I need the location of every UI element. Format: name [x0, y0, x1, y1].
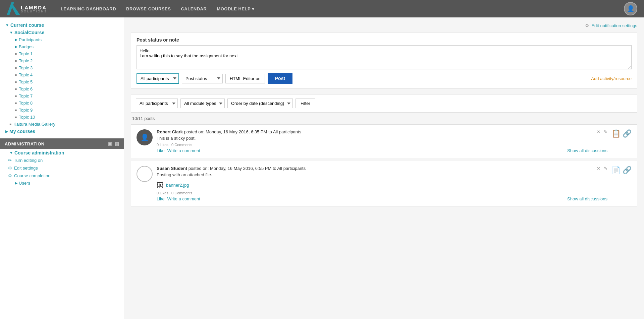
sidebar: ▼ Current course ▼ SocialCourse ▶ Partic…: [0, 17, 124, 319]
nav-moodle-help[interactable]: MOODLE HELP: [217, 6, 254, 11]
sidebar-social-course[interactable]: ▼ SocialCourse: [0, 29, 124, 36]
sidebar-item-label[interactable]: Topic 9: [19, 108, 33, 113]
nav-right: 👤: [624, 2, 637, 15]
admin-item-label[interactable]: Edit settings: [14, 166, 38, 171]
show-all-discussions-link[interactable]: Show all discussions: [567, 196, 607, 201]
admin-course-admin[interactable]: ▼ Course administration: [0, 149, 124, 156]
sidebar-current-course[interactable]: ▼ Current course: [0, 21, 124, 29]
post-type-select[interactable]: Post status Ask a question Share a file: [182, 74, 223, 83]
post-meta-text: posted on: Monday, 16 May 2016, 6:35 PM …: [184, 129, 302, 134]
sidebar-kaltura[interactable]: ■ Kaltura Media Gallery: [0, 121, 124, 128]
admin-users[interactable]: ▶ Users: [0, 180, 124, 187]
admin-turn-editing[interactable]: ✏ Turn editing on: [0, 156, 124, 164]
sidebar-topic-9[interactable]: ■ Topic 9: [0, 107, 124, 114]
admin-course-completion[interactable]: ⚙ Course completion: [0, 172, 124, 180]
sidebar-item-label[interactable]: My courses: [9, 129, 35, 134]
post-body: Susan Student posted on: Monday, 16 May …: [157, 166, 607, 201]
arrow-icon: ▼: [9, 151, 13, 155]
content-area: ⚙ Edit notification settings Post status…: [124, 17, 644, 319]
posts-count: 10/11 posts: [131, 116, 637, 121]
sidebar-item-label[interactable]: Topic 2: [19, 58, 33, 63]
arrow-icon: ▶: [15, 38, 17, 42]
user-avatar[interactable]: 👤: [624, 2, 637, 15]
show-all-discussions-link[interactable]: Show all discussions: [567, 148, 607, 153]
sidebar-topic-3[interactable]: ■ Topic 3: [0, 64, 124, 71]
post-text: Posting with an attached file.: [157, 172, 607, 177]
sidebar-item-label[interactable]: Badges: [19, 44, 34, 49]
html-editor-button[interactable]: HTML-Editor on: [225, 74, 265, 83]
sidebar-topic-2[interactable]: ■ Topic 2: [0, 57, 124, 64]
sidebar-participants[interactable]: ▶ Participants: [0, 36, 124, 43]
sidebar-item-label[interactable]: Topic 6: [19, 86, 33, 91]
sidebar-topic-6[interactable]: ■ Topic 6: [0, 85, 124, 92]
filter-bar: All participants Instructors only All mo…: [131, 94, 637, 113]
filter-participants-select[interactable]: All participants Instructors only: [136, 99, 178, 108]
sidebar-my-courses[interactable]: ▶ My courses: [0, 128, 124, 135]
close-icon[interactable]: ✕: [597, 166, 600, 171]
admin-course-admin-label[interactable]: Course administration: [14, 150, 64, 155]
sidebar-topic-4[interactable]: ■ Topic 4: [0, 71, 124, 78]
post-text: This is a sticky post.: [157, 136, 607, 141]
sidebar-topic-5[interactable]: ■ Topic 5: [0, 78, 124, 85]
nav-browse-courses[interactable]: BROWSE COURSES: [126, 6, 171, 11]
notification-settings-link[interactable]: ⚙ Edit notification settings: [585, 23, 637, 28]
nav-learning-dashboard[interactable]: LEARNING DASHBOARD: [61, 6, 116, 11]
edit-icon[interactable]: ✎: [604, 129, 607, 134]
sidebar-current-course-label[interactable]: Current course: [10, 22, 44, 28]
sidebar-badges[interactable]: ▶ Badges: [0, 43, 124, 50]
arrow-icon: ▼: [9, 30, 13, 35]
sidebar-topic-10[interactable]: ■ Topic 10: [0, 114, 124, 121]
pencil-icon: ✏: [8, 158, 12, 163]
post-actions-left: Like Write a comment: [157, 148, 200, 153]
admin-item-label[interactable]: Course completion: [14, 173, 50, 178]
post-participants-select[interactable]: All participants Instructors only: [137, 73, 179, 84]
bullet-icon: ■: [15, 108, 17, 112]
bullet-icon: ■: [15, 80, 17, 84]
sidebar-item-label[interactable]: Topic 10: [19, 115, 35, 120]
write-comment-button[interactable]: Write a comment: [167, 196, 200, 201]
post-textarea[interactable]: Hello, I am writing this to say that the…: [137, 45, 632, 69]
sidebar-item-label[interactable]: Topic 1: [19, 51, 33, 56]
gear-icon: ⚙: [585, 23, 589, 28]
post-stats: 0 Likes 0 Comments: [157, 143, 607, 147]
write-comment-button[interactable]: Write a comment: [167, 148, 200, 153]
post-actions: Like Write a comment Show all discussion…: [157, 148, 607, 153]
post-item: Susan Student posted on: Monday, 16 May …: [131, 161, 637, 206]
sidebar-item-label[interactable]: Topic 5: [19, 79, 33, 84]
post-author: Robert Clark: [157, 129, 183, 134]
post-controls-left: All participants Instructors only Post s…: [137, 73, 292, 84]
attachment-link[interactable]: banner2.jpg: [166, 183, 189, 188]
sidebar-item-label[interactable]: Topic 4: [19, 72, 33, 77]
sidebar-topic-7[interactable]: ■ Topic 7: [0, 92, 124, 100]
admin-icon-2: ▤: [115, 141, 119, 146]
admin-item-label[interactable]: Users: [19, 181, 30, 186]
sidebar-topic-8[interactable]: ■ Topic 8: [0, 100, 124, 107]
edit-icon[interactable]: ✎: [604, 166, 607, 171]
filter-order-select[interactable]: Order by date (descending) Order by date…: [227, 99, 293, 108]
nav-links: LEARNING DASHBOARD BROWSE COURSES CALEND…: [61, 6, 255, 11]
filter-module-select[interactable]: All module types Posts Files: [180, 99, 225, 108]
admin-item-label[interactable]: Turn editing on: [14, 158, 43, 163]
sidebar-item-label[interactable]: Topic 3: [19, 65, 33, 70]
current-course-section: ▼ Current course ▼ SocialCourse ▶ Partic…: [0, 21, 124, 135]
post-item: 👤 Robert Clark posted on: Monday, 16 May…: [131, 124, 637, 158]
file-icon: 🖼: [157, 181, 163, 189]
close-icon[interactable]: ✕: [597, 129, 600, 134]
sidebar-topic-1[interactable]: ■ Topic 1: [0, 50, 124, 57]
add-activity-link[interactable]: Add activity/resource: [591, 76, 632, 81]
nav-calendar[interactable]: CALENDAR: [181, 6, 207, 11]
sidebar-item-label[interactable]: Topic 7: [19, 93, 33, 99]
sidebar-item-label[interactable]: Participants: [19, 37, 42, 42]
like-button[interactable]: Like: [157, 196, 165, 201]
post-submit-button[interactable]: Post: [268, 73, 292, 84]
sidebar-item-label[interactable]: Kaltura Media Gallery: [13, 122, 55, 127]
filter-button[interactable]: Filter: [296, 99, 315, 108]
bullet-icon: ■: [9, 122, 11, 126]
post-meta-text: posted on: Monday, 16 May 2016, 6:55 PM …: [189, 166, 306, 171]
sidebar-item-label[interactable]: Topic 8: [19, 101, 33, 106]
sidebar-course-name[interactable]: SocialCourse: [14, 30, 44, 35]
logo[interactable]: LAMBDA SOLUTIONS: [7, 2, 47, 15]
post-right-icons: 📋 🔗: [611, 129, 632, 138]
like-button[interactable]: Like: [157, 148, 165, 153]
admin-edit-settings[interactable]: ⚙ Edit settings: [0, 164, 124, 172]
